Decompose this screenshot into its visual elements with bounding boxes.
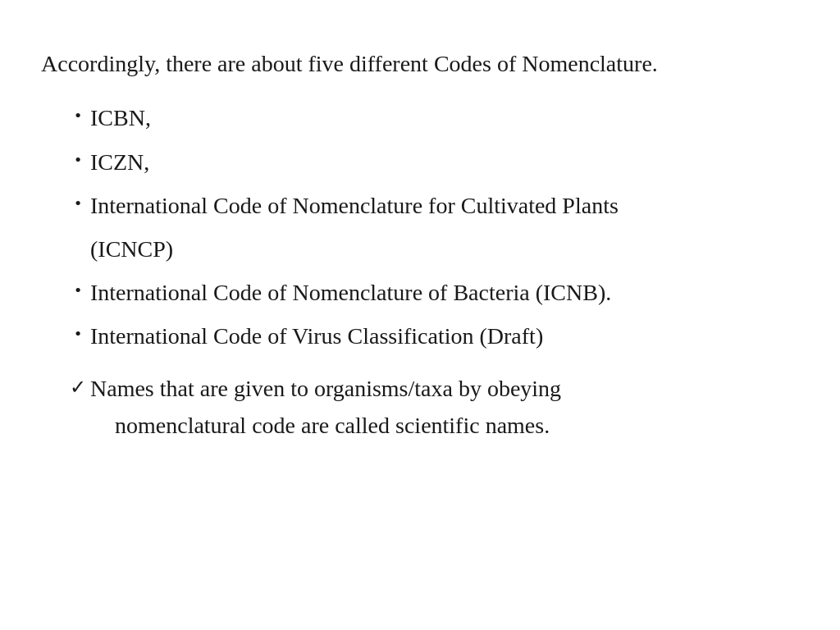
bullet-list: • ICBN, • ICZN, • International Code of …	[66, 102, 799, 233]
checkmark-marker: ✓	[66, 372, 90, 402]
slide-container: Accordingly, there are about five differ…	[0, 0, 840, 630]
intro-text: Accordingly, there are about five differ…	[41, 49, 799, 79]
bullet-marker-icnb: •	[66, 276, 90, 304]
bullet-content-iczn: ICZN,	[90, 146, 799, 178]
bullet-list-2: • International Code of Nomenclature of …	[66, 276, 799, 363]
checkmark-line2: nomenclatural code are called scientific…	[115, 409, 799, 441]
icncp-second-line: (ICNCP)	[90, 233, 799, 265]
checkmark-item: ✓ Names that are given to organisms/taxa…	[66, 372, 799, 404]
bullet-content-icbn: ICBN,	[90, 102, 799, 134]
list-item-icvc: • International Code of Virus Classifica…	[66, 320, 799, 352]
list-item-icncp: • International Code of Nomenclature for…	[66, 189, 799, 221]
bullet-marker-iczn: •	[66, 146, 90, 173]
list-item-iczn: • ICZN,	[66, 146, 799, 178]
list-item-icnb: • International Code of Nomenclature of …	[66, 276, 799, 308]
list-item-icbn: • ICBN,	[66, 102, 799, 134]
bullet-content-icncp-line1: International Code of Nomenclature for C…	[90, 189, 799, 221]
checkmark-line1: Names that are given to organisms/taxa b…	[90, 372, 799, 404]
bullet-marker-icncp: •	[66, 189, 90, 217]
bullet-marker-icbn: •	[66, 102, 90, 129]
checkmark-section: ✓ Names that are given to organisms/taxa…	[66, 372, 799, 441]
bullet-content-icnb: International Code of Nomenclature of Ba…	[90, 276, 799, 308]
bullet-content-icvc: International Code of Virus Classificati…	[90, 320, 799, 352]
bullet-marker-icvc: •	[66, 320, 90, 347]
